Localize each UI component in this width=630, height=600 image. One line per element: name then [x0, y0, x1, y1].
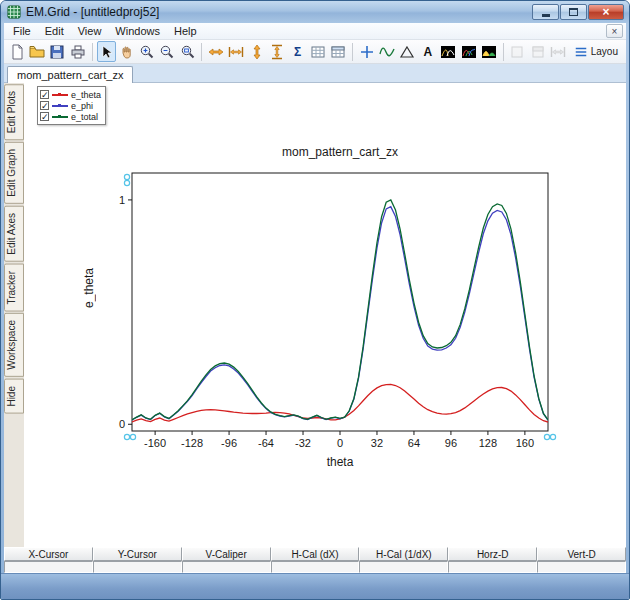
document-close-button[interactable]: ×	[606, 24, 623, 38]
legend-row-e-total[interactable]: ✓ e_total	[40, 111, 101, 122]
body-row: Edit Plots Edit Graph Edit Axes Tracker …	[4, 83, 626, 547]
fit-vertical-button[interactable]	[247, 41, 266, 62]
svg-text:0: 0	[337, 437, 343, 449]
layout-label: Layou	[591, 46, 618, 57]
text-annotation-button[interactable]: A	[418, 41, 437, 62]
new-file-button[interactable]	[7, 41, 26, 62]
svg-text:-96: -96	[221, 437, 237, 449]
sidebar-item-edit-plots[interactable]: Edit Plots	[4, 84, 24, 140]
v-caliper-icon	[269, 44, 285, 60]
fit-horizontal-button[interactable]	[206, 41, 225, 62]
window-controls: ×	[532, 4, 624, 20]
svg-text:32: 32	[371, 437, 383, 449]
zoom-out-button[interactable]	[158, 41, 177, 62]
sidebar-item-hide[interactable]: Hide	[4, 379, 24, 414]
status-value-cell	[182, 561, 271, 573]
curve-tool-button[interactable]	[377, 41, 396, 62]
legend-label: e_theta	[71, 90, 101, 100]
toolbar-separator	[503, 43, 504, 61]
toggle-a-icon	[509, 44, 525, 60]
svg-text:0: 0	[119, 418, 125, 430]
legend-checkbox-e-phi[interactable]: ✓	[40, 101, 49, 110]
toolbar: Σ A Layou	[4, 40, 626, 64]
svg-text:96: 96	[445, 437, 457, 449]
sidebar-item-edit-graph[interactable]: Edit Graph	[4, 142, 24, 204]
status-value-cell	[93, 561, 182, 573]
h-caliper-icon	[228, 44, 244, 60]
sidebar-item-tracker[interactable]: Tracker	[4, 264, 24, 312]
chart-canvas[interactable]: -160-128-96-64-32032649612816001	[24, 83, 626, 547]
v-caliper-button[interactable]	[268, 41, 287, 62]
pan-hand-icon	[119, 44, 135, 60]
zoom-out-icon	[159, 44, 175, 60]
zoom-window-icon	[180, 44, 196, 60]
minimize-button[interactable]	[532, 4, 559, 20]
toggle-b-icon	[530, 44, 546, 60]
contour-plot-button[interactable]	[479, 41, 498, 62]
side-tab-bar: Edit Plots Edit Graph Edit Axes Tracker …	[4, 83, 24, 547]
app-icon	[7, 5, 21, 19]
layout-button[interactable]: Layou	[569, 41, 623, 62]
status-value-cell	[359, 561, 448, 573]
close-button[interactable]: ×	[588, 4, 624, 20]
layout-lines-icon	[574, 45, 588, 59]
legend-label: e_total	[71, 112, 98, 122]
h-caliper-button[interactable]	[227, 41, 246, 62]
fit-horizontal-icon	[208, 44, 224, 60]
zoom-in-button[interactable]	[137, 41, 156, 62]
toolbar-separator	[352, 43, 353, 61]
legend-row-e-theta[interactable]: ✓ e_theta	[40, 89, 101, 100]
select-cursor-button[interactable]	[97, 41, 116, 62]
menu-help[interactable]: Help	[167, 24, 204, 38]
zoom-in-icon	[139, 44, 155, 60]
sidebar-item-edit-axes[interactable]: Edit Axes	[4, 206, 24, 262]
status-value-row	[4, 561, 626, 573]
maximize-button[interactable]	[560, 4, 587, 20]
menu-edit[interactable]: Edit	[38, 24, 71, 38]
legend-line-sample	[52, 94, 68, 96]
svg-text:64: 64	[408, 437, 420, 449]
close-icon: ×	[602, 5, 609, 19]
status-col-v-caliper: V-Caliper	[182, 547, 271, 561]
status-col-y-cursor: Y-Cursor	[93, 547, 182, 561]
save-button[interactable]	[48, 41, 67, 62]
grid-toggle-button[interactable]	[308, 41, 327, 62]
zoom-window-button[interactable]	[178, 41, 197, 62]
print-icon	[70, 44, 86, 60]
print-button[interactable]	[68, 41, 87, 62]
legend-line-sample	[52, 105, 68, 107]
delta-marker-button[interactable]	[398, 41, 417, 62]
pan-button[interactable]	[117, 41, 136, 62]
triangle-icon	[399, 44, 415, 60]
grid-icon	[310, 44, 326, 60]
surface-plot-button[interactable]	[439, 41, 458, 62]
open-folder-icon	[29, 44, 45, 60]
contour-plot-icon	[481, 44, 497, 60]
legend-checkbox-e-theta[interactable]: ✓	[40, 90, 49, 99]
autoscale-button[interactable]: Σ	[288, 41, 307, 62]
toggle-b-button[interactable]	[528, 41, 547, 62]
colormap-button[interactable]	[459, 41, 478, 62]
caliper-disabled-button[interactable]	[548, 41, 567, 62]
app-window: EM.Grid - [untitledproj52] × File Edit V…	[0, 0, 630, 600]
add-marker-button[interactable]	[357, 41, 376, 62]
menu-view[interactable]: View	[71, 24, 109, 38]
menu-windows[interactable]: Windows	[108, 24, 167, 38]
sidebar-item-workspace[interactable]: Workspace	[4, 313, 24, 377]
menu-file[interactable]: File	[6, 24, 38, 38]
open-file-button[interactable]	[27, 41, 46, 62]
legend-line-sample	[52, 116, 68, 118]
tab-mom-pattern-cart-zx[interactable]: mom_pattern_cart_zx	[7, 66, 133, 83]
minimize-icon	[542, 14, 550, 17]
colormap-icon	[461, 44, 477, 60]
plot-legend: ✓ e_theta ✓ e_phi ✓ e_total	[37, 86, 106, 125]
toolbar-separator	[201, 43, 202, 61]
table-icon	[330, 44, 346, 60]
status-col-h-cal-1dx: H-Cal (1/dX)	[359, 547, 448, 561]
legend-row-e-phi[interactable]: ✓ e_phi	[40, 100, 101, 111]
window-bottom-frame	[1, 573, 629, 599]
caliper-gray-icon	[550, 44, 566, 60]
legend-checkbox-e-total[interactable]: ✓	[40, 112, 49, 121]
toggle-a-button[interactable]	[508, 41, 527, 62]
table-view-button[interactable]	[329, 41, 348, 62]
